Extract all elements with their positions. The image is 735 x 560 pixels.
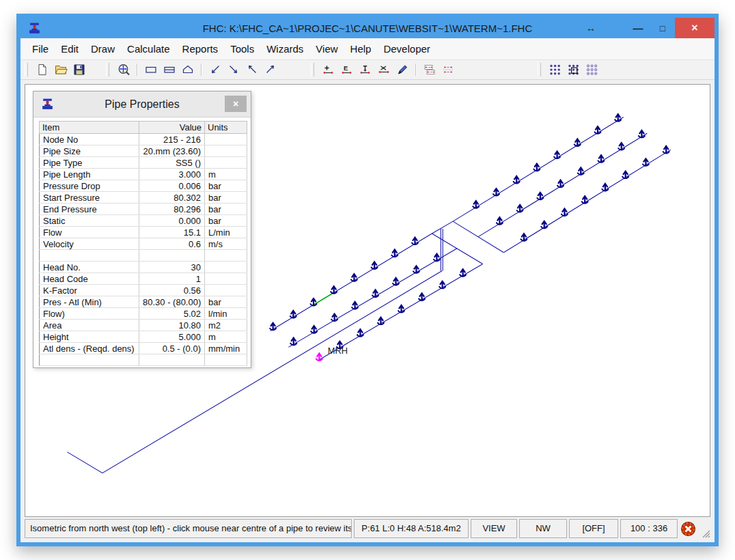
toolbar-group: E xyxy=(311,61,457,78)
resize-arrows-icon[interactable]: ↔ xyxy=(578,18,626,38)
supply-disconnected-icon xyxy=(680,519,697,538)
table-row: Atl dens - (Reqd. dens)0.5 - (0.0)mm/min xyxy=(40,343,247,354)
sprinkler-head xyxy=(391,249,398,257)
save-file-icon xyxy=(72,63,86,76)
toolbar-group xyxy=(538,61,601,78)
table-row: Pipe TypeSS5 () xyxy=(40,157,247,169)
arrow-sw-button[interactable] xyxy=(206,61,224,78)
sprinkler-head xyxy=(541,221,548,229)
sprinkler-head xyxy=(516,205,523,212)
pipe-properties-panel: Pipe Properties × Item Value Units Node … xyxy=(33,91,251,368)
heads-grid-open-button[interactable] xyxy=(583,61,601,78)
cell-item: Head Code xyxy=(40,273,139,285)
column-header-value: Value xyxy=(139,122,205,134)
cell-units xyxy=(205,285,247,296)
cell-units xyxy=(205,354,247,366)
heads-grid-solid-button[interactable] xyxy=(546,61,564,78)
sprinkler-head xyxy=(439,281,446,289)
menu-item-reports[interactable]: Reports xyxy=(176,38,225,59)
resize-grip[interactable] xyxy=(699,519,710,538)
sprinkler-head xyxy=(460,269,467,277)
heads-grid-open-icon xyxy=(585,63,599,76)
title-bar[interactable]: FHC: K:\FHC_CA~1\PROJEC~1\CANUTE\WEBSIT~… xyxy=(20,18,715,38)
menu-item-wizards[interactable]: Wizards xyxy=(260,38,309,59)
tee-pipe-button[interactable] xyxy=(356,61,374,78)
menu-item-draw[interactable]: Draw xyxy=(85,38,121,59)
arrow-se-icon xyxy=(227,63,240,76)
menu-item-edit[interactable]: Edit xyxy=(55,38,85,59)
open-file-icon xyxy=(54,63,68,76)
cell-item: Velocity xyxy=(40,238,139,250)
table-row: Head Code1 xyxy=(40,273,247,285)
sprinkler-head xyxy=(357,329,363,337)
cell-value: 30 xyxy=(139,262,205,273)
toolbar-group xyxy=(25,61,88,78)
copy-range-button[interactable] xyxy=(420,61,439,78)
rectangle-tool-icon xyxy=(144,63,158,76)
cell-value: 80.30 - (80.00) xyxy=(139,296,205,308)
open-file-button[interactable] xyxy=(51,61,70,78)
sprinkler-head xyxy=(412,238,419,245)
cell-item: Node No xyxy=(40,134,139,145)
cell-item: Pressure Drop xyxy=(40,180,139,192)
arrow-ne-button[interactable] xyxy=(261,61,279,78)
sprinkler-head xyxy=(513,176,520,184)
paste-range-icon xyxy=(441,63,455,76)
delete-pipe-button[interactable] xyxy=(374,61,393,78)
panel-title-bar[interactable]: Pipe Properties × xyxy=(33,92,251,117)
draw-pen-button[interactable] xyxy=(393,61,411,78)
arrow-nw-button[interactable] xyxy=(242,61,261,78)
sprinkler-head xyxy=(521,234,527,241)
menu-item-developer[interactable]: Developer xyxy=(377,38,436,59)
arrow-sw-icon xyxy=(208,63,222,76)
cell-units: l/min xyxy=(205,308,247,320)
toolbar: E xyxy=(20,60,715,80)
table-row: Flow15.1L/min xyxy=(40,227,247,238)
arrow-se-button[interactable] xyxy=(224,61,242,78)
sprinkler-head xyxy=(581,196,588,204)
cell-item: Static xyxy=(40,215,139,227)
zoom-extents-button[interactable] xyxy=(114,61,133,78)
edit-pipe-button[interactable]: E xyxy=(337,61,356,78)
menu-item-view[interactable]: View xyxy=(309,38,344,59)
cell-units xyxy=(205,145,247,157)
sprinkler-head xyxy=(537,193,544,200)
sprinkler-head xyxy=(270,323,277,331)
cell-value: 0.56 xyxy=(139,285,205,296)
sprinkler-head xyxy=(493,188,500,196)
box-split-tool-button[interactable] xyxy=(160,61,178,78)
menu-item-calculate[interactable]: Calculate xyxy=(121,38,176,59)
rectangle-tool-button[interactable] xyxy=(141,61,160,78)
menu-item-file[interactable]: File xyxy=(26,38,55,59)
cell-item xyxy=(40,354,139,366)
table-row: Area10.80m2 xyxy=(40,320,247,331)
cell-item: Height xyxy=(40,331,139,343)
menu-item-tools[interactable]: Tools xyxy=(224,38,260,59)
polygon-tool-button[interactable] xyxy=(178,61,197,78)
column-header-item: Item xyxy=(40,122,139,134)
sprinkler-head xyxy=(638,130,645,138)
menu-item-help[interactable]: Help xyxy=(344,38,378,59)
save-file-button[interactable] xyxy=(70,61,88,78)
maximize-button[interactable]: □ xyxy=(650,18,675,38)
panel-close-button[interactable]: × xyxy=(225,96,247,112)
add-pipe-button[interactable] xyxy=(319,61,337,78)
minimize-button[interactable]: — xyxy=(626,18,650,38)
sprinkler-head xyxy=(311,326,318,333)
close-button[interactable]: × xyxy=(675,18,715,38)
sprinkler-head xyxy=(473,201,480,208)
table-row xyxy=(40,250,247,262)
cell-value: 0.000 xyxy=(139,215,205,227)
new-document-button[interactable] xyxy=(33,61,51,78)
paste-range-button[interactable] xyxy=(439,61,457,78)
cell-units: mm/min xyxy=(205,343,247,354)
heads-grid-boxed-button[interactable] xyxy=(564,61,583,78)
sprinkler-head xyxy=(594,126,601,134)
cell-value: 0.5 - (0.0) xyxy=(139,343,205,354)
menu-bar: FileEditDrawCalculateReportsToolsWizards… xyxy=(20,38,715,60)
panel-logo-icon xyxy=(38,96,56,113)
edit-pipe-icon: E xyxy=(340,63,354,76)
draw-pen-icon xyxy=(396,63,409,76)
arrow-nw-icon xyxy=(245,63,259,76)
table-row: Start Pressure80.302bar xyxy=(40,192,247,204)
